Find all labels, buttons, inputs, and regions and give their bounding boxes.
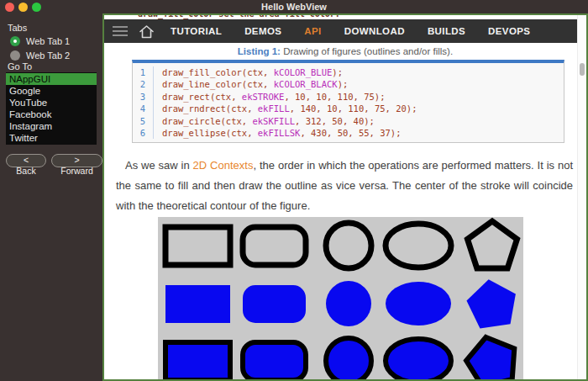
nav-item-api[interactable]: API xyxy=(304,26,321,36)
nav-item-demos[interactable]: DEMOS xyxy=(244,26,281,36)
site-item-nappgui[interactable]: NAppGUI xyxy=(6,73,97,85)
site-listbox[interactable]: NAppGUIGoogleYouTubeFacebookInstagramTwi… xyxy=(6,72,97,145)
code-listing: 1draw_fill_color(ctx, kCOLOR_BLUE);2draw… xyxy=(132,60,564,143)
code-text: draw_circle(ctx, ekSKFILL, 312, 50, 40); xyxy=(162,115,375,127)
forward-button[interactable]: > Forward xyxy=(51,154,102,167)
code-text: draw_fill_color(ctx, kCOLOR_BLUE); xyxy=(162,66,343,78)
radio-icon xyxy=(10,36,20,46)
figure-shape-circle-stroke xyxy=(326,223,371,268)
listing-text: Drawing of figures (outlines and/or fill… xyxy=(281,46,453,56)
figure-shape-rounded-rect-fill xyxy=(243,285,306,323)
nav-menu: TUTORIALDEMOSAPIDOWNLOADBUILDSDEVOPS xyxy=(171,26,530,36)
menu-icon[interactable] xyxy=(113,26,128,36)
radio-label: Web Tab 1 xyxy=(26,36,70,46)
radio-icon xyxy=(10,50,20,61)
code-line: 2draw_line_color(ctx, kCOLOR_BLACK); xyxy=(133,78,564,90)
code-text: draw_rndrect(ctx, ekFILL, 140, 10, 110, … xyxy=(162,103,417,114)
figure-shape-pentagon-fillstroke xyxy=(462,331,522,379)
figure-shape-pentagon-fill xyxy=(464,277,519,331)
nav-item-devops[interactable]: DEVOPS xyxy=(488,26,530,36)
code-text: draw_rect(ctx, ekSTROKE, 10, 10, 110, 75… xyxy=(162,91,386,103)
window-title: Hello WebView xyxy=(0,2,588,12)
scrollbar-track[interactable] xyxy=(577,15,586,379)
site-item-youtube[interactable]: YouTube xyxy=(6,97,97,108)
radio-web-tab-1[interactable]: Web Tab 1 xyxy=(10,34,70,48)
code-line: 5draw_circle(ctx, ekSKFILL, 312, 50, 40)… xyxy=(133,115,564,127)
figure-shape-rect-fillstroke xyxy=(165,342,230,379)
tab-radio-group: Web Tab 1Web Tab 2 xyxy=(10,34,70,62)
webview-page: • draw_fill_color set the area fill colo… xyxy=(104,15,586,379)
site-item-instagram[interactable]: Instagram xyxy=(6,120,97,132)
line-number: 3 xyxy=(133,91,154,103)
line-number: 1 xyxy=(133,66,154,78)
figure-shape-rect-stroke xyxy=(165,227,230,265)
code-line: 1draw_fill_color(ctx, kCOLOR_BLUE); xyxy=(133,66,564,78)
nav-item-download[interactable]: DOWNLOAD xyxy=(344,26,405,36)
body-paragraph: As we saw in 2D Contexts, the order in w… xyxy=(116,156,573,216)
webview-frame: • draw_fill_color set the area fill colo… xyxy=(102,13,588,381)
listing-label: Listing 1: xyxy=(238,46,281,56)
back-button[interactable]: < Back xyxy=(6,154,46,167)
line-number: 5 xyxy=(133,115,154,127)
code-line: 3draw_rect(ctx, ekSTROKE, 10, 10, 110, 7… xyxy=(133,91,564,103)
figure-shape-ellipse-stroke xyxy=(386,224,451,267)
nav-item-builds[interactable]: BUILDS xyxy=(428,26,465,36)
radio-web-tab-2[interactable]: Web Tab 2 xyxy=(10,48,70,62)
2d-contexts-link[interactable]: 2D Contexts xyxy=(193,159,254,172)
line-number: 2 xyxy=(133,78,154,90)
figure-shape-pentagon-stroke xyxy=(468,221,517,268)
scrollbar-thumb[interactable] xyxy=(580,63,585,76)
nav-item-tutorial[interactable]: TUTORIAL xyxy=(171,26,222,36)
tabs-label: Tabs xyxy=(8,23,27,33)
goto-label: Go To xyxy=(8,61,32,71)
figure-image xyxy=(158,217,523,379)
code-text: draw_ellipse(ctx, ekFILLSK, 430, 50, 55,… xyxy=(162,127,401,139)
site-item-twitter[interactable]: Twitter xyxy=(6,132,97,144)
line-number: 6 xyxy=(133,127,154,139)
site-item-google[interactable]: Google xyxy=(6,85,97,97)
line-number: 4 xyxy=(133,103,154,114)
figure-shape-circle-fill xyxy=(326,281,371,326)
site-item-facebook[interactable]: Facebook xyxy=(6,108,97,120)
figure-shape-rect-fill xyxy=(165,285,230,323)
home-icon[interactable] xyxy=(139,24,155,39)
nav-buttons: < Back > Forward xyxy=(6,154,102,167)
figure-shape-rounded-rect-fillstroke xyxy=(243,342,306,379)
sidebar: Tabs Web Tab 1Web Tab 2 Go To NAppGUIGoo… xyxy=(0,14,102,381)
site-navbar: TUTORIALDEMOSAPIDOWNLOADBUILDSDEVOPS xyxy=(104,19,578,43)
figure-shape-ellipse-fillstroke xyxy=(386,339,451,379)
listing-caption: Listing 1: Drawing of figures (outlines … xyxy=(104,46,586,56)
code-line: 4draw_rndrect(ctx, ekFILL, 140, 10, 110,… xyxy=(133,103,564,114)
code-line: 6draw_ellipse(ctx, ekFILLSK, 430, 50, 55… xyxy=(133,127,564,139)
titlebar: Hello WebView xyxy=(0,0,588,14)
figure-shape-ellipse-fill xyxy=(386,282,451,325)
code-text: draw_line_color(ctx, kCOLOR_BLACK); xyxy=(162,78,348,90)
radio-label: Web Tab 2 xyxy=(26,50,70,61)
figure-shape-rounded-rect-stroke xyxy=(243,227,306,265)
figure-shape-circle-fillstroke xyxy=(326,338,371,379)
